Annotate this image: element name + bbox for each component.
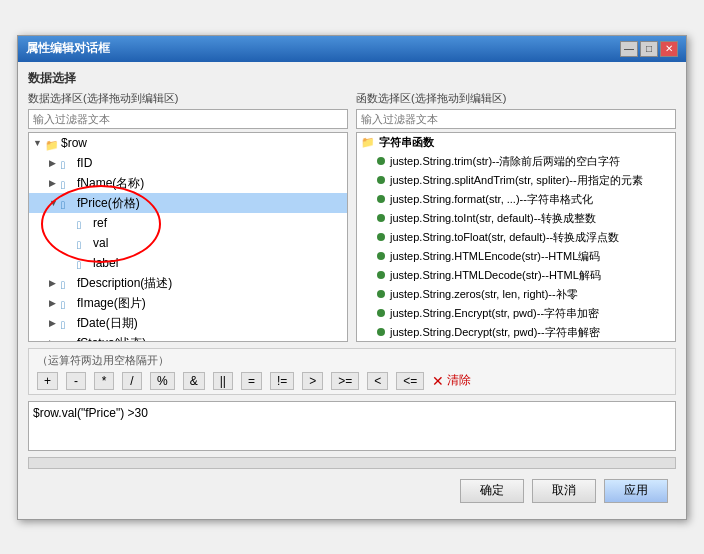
tree-item-fDate[interactable]: ▶  fDate(日期) bbox=[29, 313, 347, 333]
operators-row: + - * / % & || = != > >= < <= ✕ 清除 bbox=[37, 372, 667, 390]
op-amp[interactable]: & bbox=[183, 372, 205, 390]
func-htmldecode[interactable]: justep.String.HTMLDecode(str)--HTML解码 bbox=[357, 266, 675, 285]
op-neq[interactable]: != bbox=[270, 372, 294, 390]
func-zeros-label: justep.String.zeros(str, len, right)--补零 bbox=[390, 286, 578, 303]
func-dot-split bbox=[377, 176, 385, 184]
op-gte[interactable]: >= bbox=[331, 372, 359, 390]
tree-item-ref[interactable]:  ref bbox=[29, 213, 347, 233]
expression-area[interactable]: $row.val("fPrice") >30 bbox=[28, 401, 676, 451]
ref-label: ref bbox=[93, 214, 107, 232]
root-label: $row bbox=[61, 134, 87, 152]
function-list-panel[interactable]: 📁 字符串函数 justep.String.trim(str)--清除前后两端的… bbox=[356, 132, 676, 342]
fName-label: fName(名称) bbox=[77, 174, 144, 192]
dialog-title: 属性编辑对话框 bbox=[26, 40, 110, 57]
dialog-footer: 确定 取消 应用 bbox=[28, 475, 676, 511]
fStatus-arrow: ▶ bbox=[49, 334, 61, 342]
func-tofloat[interactable]: justep.String.toFloat(str, default)--转换成… bbox=[357, 228, 675, 247]
op-minus[interactable]: - bbox=[66, 372, 86, 390]
fStatus-label: fStatus(状态) bbox=[77, 334, 146, 342]
func-dot-tofloat bbox=[377, 233, 385, 241]
func-decrypt[interactable]: justep.String.Decrypt(str, pwd)--字符串解密 bbox=[357, 323, 675, 342]
func-dot-zeros bbox=[377, 290, 385, 298]
op-lte[interactable]: <= bbox=[396, 372, 424, 390]
fID-icon:  bbox=[61, 156, 75, 170]
data-section-label: 数据选择 bbox=[28, 70, 676, 87]
category-label: 字符串函数 bbox=[379, 135, 434, 150]
label-label: label bbox=[93, 254, 118, 272]
tree-item-fImage[interactable]: ▶  fImage(图片) bbox=[29, 293, 347, 313]
operator-label: （运算符两边用空格隔开） bbox=[37, 353, 667, 368]
cancel-button[interactable]: 取消 bbox=[532, 479, 596, 503]
op-gt[interactable]: > bbox=[302, 372, 323, 390]
tree-item-fName[interactable]: ▶  fName(名称) bbox=[29, 173, 347, 193]
left-filter-input[interactable] bbox=[28, 109, 348, 129]
minimize-button[interactable]: — bbox=[620, 41, 638, 57]
op-divide[interactable]: / bbox=[122, 372, 142, 390]
func-trim-label: justep.String.trim(str)--清除前后两端的空白字符 bbox=[390, 153, 620, 170]
tree-item-fStatus[interactable]: ▶  fStatus(状态) bbox=[29, 333, 347, 342]
left-panel-title: 数据选择区(选择拖动到编辑区) bbox=[28, 91, 348, 106]
clear-label: 清除 bbox=[447, 372, 471, 389]
category-folder-icon: 📁 bbox=[361, 136, 375, 149]
attribute-editor-dialog: 属性编辑对话框 — □ ✕ 数据选择 数据选择区(选择拖动到编辑区) ▼ 📁 $… bbox=[17, 35, 687, 520]
fName-arrow: ▶ bbox=[49, 174, 61, 192]
op-or[interactable]: || bbox=[213, 372, 233, 390]
restore-button[interactable]: □ bbox=[640, 41, 658, 57]
func-dot-encrypt bbox=[377, 309, 385, 317]
op-multiply[interactable]: * bbox=[94, 372, 114, 390]
op-mod[interactable]: % bbox=[150, 372, 175, 390]
func-toint[interactable]: justep.String.toInt(str, default)--转换成整数 bbox=[357, 209, 675, 228]
func-category-string[interactable]: 📁 字符串函数 bbox=[357, 133, 675, 152]
apply-button[interactable]: 应用 bbox=[604, 479, 668, 503]
func-htmldecode-label: justep.String.HTMLDecode(str)--HTML解码 bbox=[390, 267, 601, 284]
left-panel: 数据选择区(选择拖动到编辑区) ▼ 📁 $row ▶  fID bbox=[28, 91, 348, 342]
op-eq[interactable]: = bbox=[241, 372, 262, 390]
func-dot-toint bbox=[377, 214, 385, 222]
func-split-label: justep.String.splitAndTrim(str, spliter)… bbox=[390, 172, 643, 189]
func-format[interactable]: justep.String.format(str, ...)--字符串格式化 bbox=[357, 190, 675, 209]
fDesc-icon:  bbox=[61, 276, 75, 290]
func-format-label: justep.String.format(str, ...)--字符串格式化 bbox=[390, 191, 593, 208]
fName-icon:  bbox=[61, 176, 75, 190]
tree-root[interactable]: ▼ 📁 $row bbox=[29, 133, 347, 153]
fID-arrow: ▶ bbox=[49, 154, 61, 172]
right-panel-title: 函数选择区(选择拖动到编辑区) bbox=[356, 91, 676, 106]
fImage-arrow: ▶ bbox=[49, 294, 61, 312]
dialog-body: 数据选择 数据选择区(选择拖动到编辑区) ▼ 📁 $row ▶ bbox=[18, 62, 686, 519]
func-dot-trim bbox=[377, 157, 385, 165]
title-bar: 属性编辑对话框 — □ ✕ bbox=[18, 36, 686, 62]
func-trim[interactable]: justep.String.trim(str)--清除前后两端的空白字符 bbox=[357, 152, 675, 171]
func-encrypt-label: justep.String.Encrypt(str, pwd)--字符串加密 bbox=[390, 305, 599, 322]
func-dot-htmldecode bbox=[377, 271, 385, 279]
func-split[interactable]: justep.String.splitAndTrim(str, spliter)… bbox=[357, 171, 675, 190]
tree-item-label[interactable]:  label bbox=[29, 253, 347, 273]
right-filter-input[interactable] bbox=[356, 109, 676, 129]
title-bar-buttons: — □ ✕ bbox=[620, 41, 678, 57]
ok-button[interactable]: 确定 bbox=[460, 479, 524, 503]
tree-item-fPrice[interactable]: ▼  fPrice(价格) bbox=[29, 193, 347, 213]
func-dot-decrypt bbox=[377, 328, 385, 336]
ref-icon:  bbox=[77, 216, 91, 230]
clear-button[interactable]: ✕ 清除 bbox=[432, 372, 471, 389]
tree-item-fDescription[interactable]: ▶  fDescription(描述) bbox=[29, 273, 347, 293]
root-folder-icon: 📁 bbox=[45, 136, 59, 150]
two-panels: 数据选择区(选择拖动到编辑区) ▼ 📁 $row ▶  fID bbox=[28, 91, 676, 342]
func-zeros[interactable]: justep.String.zeros(str, len, right)--补零 bbox=[357, 285, 675, 304]
tree-item-val[interactable]:  val bbox=[29, 233, 347, 253]
op-lt[interactable]: < bbox=[367, 372, 388, 390]
func-htmlencode[interactable]: justep.String.HTMLEncode(str)--HTML编码 bbox=[357, 247, 675, 266]
tree-item-fID[interactable]: ▶  fID bbox=[29, 153, 347, 173]
data-tree-panel[interactable]: ▼ 📁 $row ▶  fID ▶  fName(名称) bbox=[28, 132, 348, 342]
func-decrypt-label: justep.String.Decrypt(str, pwd)--字符串解密 bbox=[390, 324, 600, 341]
func-dot-htmlencode bbox=[377, 252, 385, 260]
fPrice-label: fPrice(价格) bbox=[77, 194, 140, 212]
op-plus[interactable]: + bbox=[37, 372, 58, 390]
fDate-arrow: ▶ bbox=[49, 314, 61, 332]
func-htmlencode-label: justep.String.HTMLEncode(str)--HTML编码 bbox=[390, 248, 600, 265]
close-button[interactable]: ✕ bbox=[660, 41, 678, 57]
expression-scrollbar[interactable] bbox=[28, 457, 676, 469]
fDesc-label: fDescription(描述) bbox=[77, 274, 172, 292]
fID-label: fID bbox=[77, 154, 92, 172]
func-encrypt[interactable]: justep.String.Encrypt(str, pwd)--字符串加密 bbox=[357, 304, 675, 323]
fPrice-icon:  bbox=[61, 196, 75, 210]
